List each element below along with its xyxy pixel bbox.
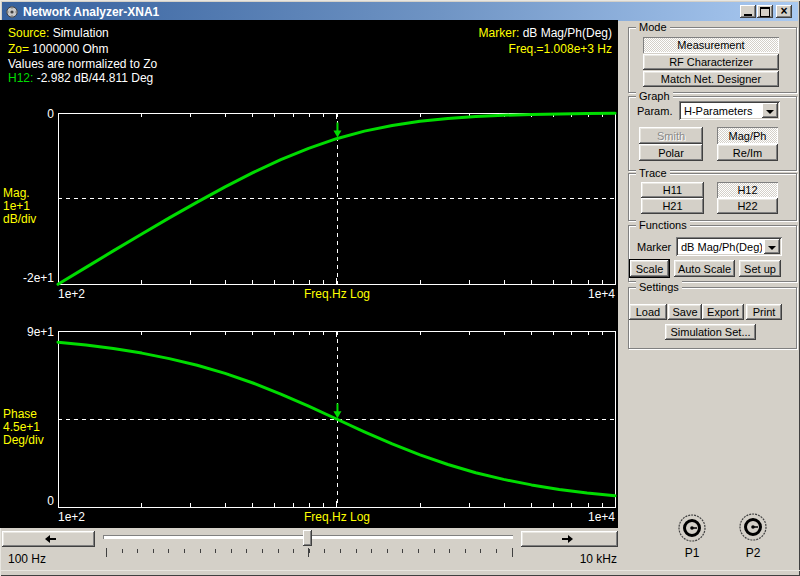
marker-dropdown-button[interactable] xyxy=(764,239,780,254)
param-dropdown-button[interactable] xyxy=(762,103,778,118)
mag-axis-unit-1: Mag. xyxy=(3,186,30,200)
trace-readout: H12: -2.982 dB/44.811 Deg xyxy=(8,71,153,85)
freq-tick-middle xyxy=(308,548,309,557)
restore-icon xyxy=(760,7,770,17)
mag-xmax-label: 1e+4 xyxy=(575,287,615,301)
freq-min-label: 100 Hz xyxy=(8,552,46,566)
param-dropdown-value: H-Parameters xyxy=(679,101,760,120)
source-readout: Source: Simulation xyxy=(8,26,109,40)
reim-button[interactable]: Re/Im xyxy=(717,144,778,161)
zo-readout: Zo= 1000000 Ohm xyxy=(8,42,108,56)
phase-xmax-label: 1e+4 xyxy=(575,510,615,524)
phase-ymin-label: 0 xyxy=(30,494,54,508)
phase-axis-unit-3: Deg/div xyxy=(3,433,44,447)
auto-scale-button[interactable]: Auto Scale xyxy=(674,260,735,277)
param-dropdown[interactable]: H-Parameters xyxy=(679,101,780,120)
mag-axis-unit-2: 1e+1 xyxy=(3,199,30,213)
network-analyzer-window: Network Analyzer-XNA1 × Source: Simulati… xyxy=(0,0,800,576)
app-icon xyxy=(5,5,19,19)
graph-group-label: Graph xyxy=(636,90,673,102)
bottom-frame-highlight xyxy=(0,570,800,571)
arrow-right-icon xyxy=(562,535,577,543)
freq-tick-end xyxy=(512,548,513,557)
chevron-down-icon xyxy=(768,246,776,254)
freq-tick-start xyxy=(106,548,107,557)
match-net-designer-button[interactable]: Match Net. Designer xyxy=(643,71,779,87)
h11-button[interactable]: H11 xyxy=(641,182,704,198)
marker-dropdown-value: dB Mag/Ph(Deg) xyxy=(676,237,762,256)
polar-button[interactable]: Polar xyxy=(639,144,703,161)
restore-button[interactable] xyxy=(757,5,773,18)
mode-group-label: Mode xyxy=(636,21,670,33)
close-button[interactable]: × xyxy=(776,5,792,18)
minimize-button[interactable] xyxy=(740,5,756,18)
phase-ymax-label: 9e+1 xyxy=(20,325,54,339)
save-button[interactable]: Save xyxy=(668,304,702,320)
source-label: Source: xyxy=(8,26,49,40)
trace-readout-value: -2.982 dB/44.811 Deg xyxy=(37,71,154,85)
mag-axis-unit-3: dB/div xyxy=(3,212,36,226)
simulation-set-button[interactable]: Simulation Set... xyxy=(665,324,756,340)
arrow-left-icon xyxy=(41,535,56,543)
normalize-note: Values are normalized to Zo xyxy=(8,57,157,71)
mag-ymin-label: -2e+1 xyxy=(14,271,54,285)
rf-characterizer-button[interactable]: RF Characterizer xyxy=(643,54,779,70)
h21-button[interactable]: H21 xyxy=(641,198,704,214)
p2-label: P2 xyxy=(739,546,767,560)
freq-scroll-right-button[interactable] xyxy=(521,531,618,547)
export-button[interactable]: Export xyxy=(702,304,744,320)
marker-label: Marker xyxy=(637,241,671,253)
trace-group-label: Trace xyxy=(636,167,670,179)
smith-button[interactable]: Smith xyxy=(639,127,703,144)
mag-xaxis-label: Freq.Hz Log xyxy=(257,287,417,301)
p1-label: P1 xyxy=(678,546,706,560)
phase-xmin-label: 1e+2 xyxy=(58,510,85,524)
h12-button[interactable]: H12 xyxy=(717,182,778,198)
marker-readout-label: Marker: xyxy=(479,26,520,40)
print-button[interactable]: Print xyxy=(746,304,782,320)
freq-max-label: 10 kHz xyxy=(560,552,617,566)
freq-slider-thumb[interactable] xyxy=(303,530,312,546)
load-button[interactable]: Load xyxy=(629,304,667,320)
scale-button[interactable]: Scale xyxy=(630,260,669,277)
freq-scroll-left-button[interactable] xyxy=(2,531,95,547)
marker-dropdown[interactable]: dB Mag/Ph(Deg) xyxy=(676,237,782,256)
marker-freq-readout: Freq.=1.008e+3 Hz xyxy=(362,42,612,56)
magph-button[interactable]: Mag/Ph xyxy=(717,127,778,144)
functions-group-label: Functions xyxy=(636,219,690,231)
set-up-button[interactable]: Set up xyxy=(739,260,781,277)
close-icon: × xyxy=(780,6,787,17)
trace-readout-label: H12: xyxy=(8,71,33,85)
settings-group-label: Settings xyxy=(636,281,682,293)
p1-connector-icon xyxy=(679,515,705,541)
chevron-down-icon xyxy=(766,110,774,118)
phase-axis-unit-2: 4.5e+1 xyxy=(3,420,40,434)
zo-label: Zo= xyxy=(8,42,29,56)
titlebar[interactable]: Network Analyzer-XNA1 xyxy=(2,2,798,21)
param-label: Param. xyxy=(637,105,672,117)
mag-xmin-label: 1e+2 xyxy=(58,287,85,301)
phase-xaxis-label: Freq.Hz Log xyxy=(257,510,417,524)
marker-readout: Marker: dB Mag/Ph(Deg) xyxy=(362,26,612,40)
phase-axis-unit-1: Phase xyxy=(3,407,37,421)
source-value: Simulation xyxy=(53,26,109,40)
measurement-button[interactable]: Measurement xyxy=(643,37,779,53)
window-title: Network Analyzer-XNA1 xyxy=(23,5,159,19)
minimize-icon xyxy=(744,14,752,16)
zo-value: 1000000 Ohm xyxy=(32,42,108,56)
h22-button[interactable]: H22 xyxy=(717,198,778,214)
freq-slider-ticks xyxy=(106,549,513,553)
marker-readout-value: dB Mag/Ph(Deg) xyxy=(523,26,612,40)
mag-ymax-label: 0 xyxy=(30,107,54,121)
display-area xyxy=(0,20,618,528)
p2-connector-icon xyxy=(740,514,766,540)
